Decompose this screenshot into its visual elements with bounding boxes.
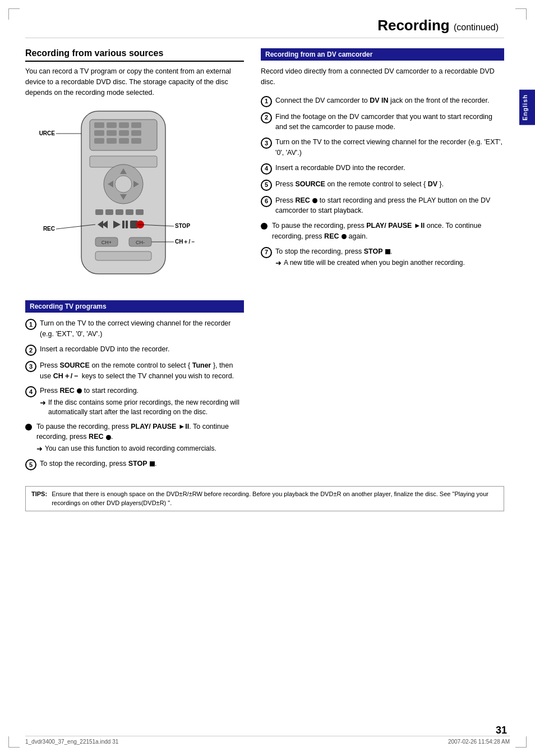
- right-step-content-7: To stop the recording, press STOP . ➜ A …: [275, 246, 504, 269]
- right-step-content-1: Connect the DV camcorder to DV IN jack o…: [275, 95, 504, 106]
- svg-rect-3: [107, 122, 117, 128]
- step-content-3: Press SOURCE on the remote control to se…: [40, 360, 244, 382]
- right-step-content-6: Press REC to start recording and press t…: [275, 195, 504, 217]
- svg-text:CH＋/－: CH＋/－: [175, 239, 196, 245]
- left-column: Recording from various sources You can r…: [25, 48, 244, 475]
- arrow-icon-right: ➜: [275, 258, 282, 268]
- bullet-note: ➜ You can use this function to avoid rec…: [36, 444, 244, 454]
- step-number-1: 1: [25, 319, 36, 330]
- svg-rect-30: [126, 221, 128, 228]
- svg-rect-5: [131, 122, 141, 128]
- right-step-4: 4 Insert a recordable DVD into the recor…: [261, 163, 504, 175]
- step7-note: ➜ A new title will be created when you b…: [275, 258, 504, 268]
- right-step-7: 7 To stop the recording, press STOP . ➜ …: [261, 246, 504, 269]
- step-content-4: Press REC to start recording. ➜ If the d…: [40, 386, 244, 416]
- svg-rect-25: [136, 209, 144, 215]
- corner-mark-tl: [8, 8, 20, 20]
- right-step-num-4: 4: [261, 163, 272, 175]
- svg-text:REC: REC: [43, 226, 55, 232]
- left-step-4: 4 Press REC to start recording. ➜ If the…: [25, 386, 244, 416]
- left-step-1: 1 Turn on the TV to the correct viewing …: [25, 318, 244, 340]
- svg-rect-7: [107, 130, 117, 136]
- remote-svg: CH+ CH- SOURCE REC: [39, 106, 207, 291]
- bullet-icon: [25, 424, 32, 430]
- svg-rect-29: [122, 221, 124, 228]
- svg-text:CH+: CH+: [102, 240, 112, 245]
- svg-point-16: [115, 176, 132, 193]
- right-step-content-3: Turn on the TV to the correct viewing ch…: [275, 137, 504, 158]
- tips-text: Ensure that there is enough space on the…: [52, 490, 498, 507]
- svg-rect-12: [119, 138, 129, 144]
- rec-circle-icon: [77, 388, 82, 393]
- right-step-num-2: 2: [261, 112, 272, 123]
- right-step-num-7: 7: [261, 247, 272, 258]
- rec-circle-icon2: [106, 435, 111, 440]
- right-step-content-4: Insert a recordable DVD into the recorde…: [275, 163, 504, 173]
- right-step-content-2: Find the footage on the DV camcorder tha…: [275, 112, 504, 133]
- right-step-num-5: 5: [261, 180, 272, 191]
- page-container: English Recording (continued) Recording …: [0, 0, 535, 756]
- svg-rect-6: [94, 130, 104, 136]
- right-step-num-3: 3: [261, 138, 272, 149]
- tips-box: TIPS: Ensure that there is enough space …: [25, 486, 504, 511]
- main-content: Recording (continued) Recording from var…: [0, 0, 535, 528]
- footer-right: 2007-02-26 11:54:28 AM: [448, 739, 510, 745]
- right-step-6: 6 Press REC to start recording and press…: [261, 195, 504, 217]
- svg-rect-2: [94, 122, 104, 128]
- page-number: 31: [496, 725, 507, 736]
- page-title: Recording (continued): [25, 17, 504, 38]
- svg-rect-8: [119, 130, 129, 136]
- arrow-icon2: ➜: [36, 444, 43, 454]
- right-step-3: 3 Turn on the TV to the correct viewing …: [261, 137, 504, 158]
- corner-mark-br: [515, 736, 527, 748]
- left-section-title: Recording from various sources: [25, 48, 244, 62]
- title-text: Recording: [377, 17, 450, 34]
- svg-rect-21: [95, 209, 103, 215]
- stop-square-right: [385, 249, 390, 254]
- step-number-4: 4: [25, 386, 36, 397]
- two-column-layout: Recording from various sources You can r…: [25, 48, 504, 475]
- svg-text:STOP: STOP: [175, 223, 190, 229]
- svg-rect-37: [95, 251, 151, 260]
- svg-text:SOURCE: SOURCE: [39, 130, 55, 136]
- left-step-5: 5 To stop the recording, press STOP .: [25, 459, 244, 470]
- corner-mark-bl: [8, 736, 20, 748]
- svg-rect-11: [107, 138, 117, 144]
- right-intro: Record video directly from a connected D…: [261, 66, 504, 88]
- svg-rect-24: [126, 209, 133, 215]
- footer: 1_dvdr3400_37_eng_22151a.indd 31 2007-02…: [25, 736, 510, 745]
- left-bullet-step: To pause the recording, press PLAY/ PAUS…: [25, 421, 244, 455]
- right-step-1: 1 Connect the DV camcorder to DV IN jack…: [261, 95, 504, 107]
- left-step-2: 2 Insert a recordable DVD into the recor…: [25, 344, 244, 356]
- right-step-2: 2 Find the footage on the DV camcorder t…: [261, 112, 504, 133]
- step-content-2: Insert a recordable DVD into the recorde…: [40, 344, 244, 355]
- rec-circle-right2: [342, 234, 347, 239]
- step4-note: ➜ If the disc contains some prior record…: [40, 398, 244, 417]
- svg-rect-4: [119, 122, 129, 128]
- right-step-5: 5 Press SOURCE on the remote control to …: [261, 179, 504, 191]
- dv-section-heading: Recording from an DV camcorder: [261, 48, 504, 61]
- continued-text: (continued): [454, 22, 499, 32]
- arrow-icon: ➜: [40, 398, 46, 408]
- svg-rect-9: [131, 130, 141, 136]
- right-step-content-5: Press SOURCE on the remote control to se…: [275, 179, 504, 190]
- svg-rect-22: [105, 209, 113, 215]
- step-number-2: 2: [25, 345, 36, 356]
- svg-rect-23: [116, 209, 123, 215]
- rec-circle-right: [312, 198, 317, 203]
- right-bullet-icon: [261, 223, 268, 230]
- right-step-num-1: 1: [261, 96, 272, 107]
- remote-diagram: CH+ CH- SOURCE REC: [39, 106, 230, 292]
- svg-rect-13: [131, 138, 141, 144]
- step-number-3: 3: [25, 361, 36, 372]
- right-bullet-content: To pause the recording, press PLAY/ PAUS…: [272, 221, 504, 242]
- footer-left: 1_dvdr3400_37_eng_22151a.indd 31: [25, 739, 118, 745]
- right-step-num-6: 6: [261, 196, 272, 207]
- tv-programs-heading: Recording TV programs: [25, 300, 244, 313]
- corner-mark-tr: [515, 8, 527, 20]
- left-step-3: 3 Press SOURCE on the remote control to …: [25, 360, 244, 382]
- language-tab: English: [519, 90, 535, 125]
- stop-square-icon: [150, 461, 155, 466]
- right-bullet-step: To pause the recording, press PLAY/ PAUS…: [261, 221, 504, 242]
- step-content-1: Turn on the TV to the correct viewing ch…: [40, 318, 244, 340]
